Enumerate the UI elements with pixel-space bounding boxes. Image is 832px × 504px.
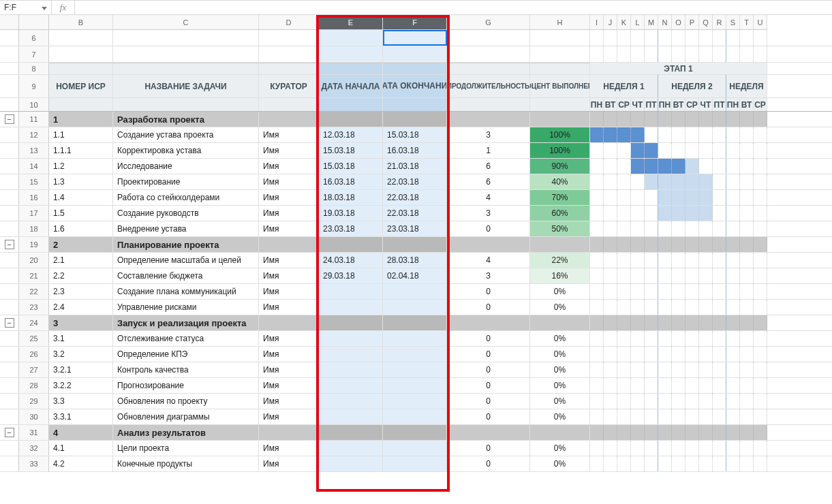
cell-section-num[interactable]: 3 bbox=[49, 315, 113, 330]
gantt-cell[interactable] bbox=[672, 112, 685, 127]
gantt-cell[interactable] bbox=[617, 425, 631, 440]
group-gutter[interactable] bbox=[0, 253, 19, 268]
gantt-cell[interactable] bbox=[740, 237, 754, 252]
row-header[interactable]: 16 bbox=[19, 190, 49, 205]
cell-section-num[interactable]: 2 bbox=[49, 237, 113, 252]
group-gutter[interactable] bbox=[0, 174, 19, 189]
day-header[interactable]: СР bbox=[754, 98, 767, 111]
gantt-cell[interactable] bbox=[617, 331, 631, 346]
cell-pct[interactable]: 70% bbox=[530, 190, 590, 205]
cell-wbs[interactable]: 1.1.1 bbox=[49, 143, 113, 158]
gantt-cell[interactable] bbox=[631, 46, 645, 62]
cell-owner[interactable]: Имя bbox=[259, 253, 319, 268]
day-header[interactable]: ПН bbox=[658, 98, 672, 111]
group-gutter[interactable] bbox=[0, 98, 19, 111]
gantt-cell[interactable] bbox=[617, 362, 631, 377]
gantt-cell[interactable] bbox=[754, 456, 767, 471]
cell-owner[interactable]: Имя bbox=[259, 190, 319, 205]
col-header-H[interactable]: H bbox=[530, 15, 590, 30]
cell[interactable] bbox=[447, 315, 530, 330]
gantt-cell[interactable] bbox=[726, 253, 740, 268]
gantt-cell[interactable] bbox=[645, 206, 658, 221]
cell-end[interactable]: 21.03.18 bbox=[383, 159, 447, 174]
cell-wbs[interactable]: 1.2 bbox=[49, 159, 113, 174]
gantt-cell[interactable] bbox=[754, 190, 767, 205]
cell-owner[interactable]: Имя bbox=[259, 456, 319, 471]
gantt-cell[interactable] bbox=[726, 143, 740, 158]
gantt-cell[interactable] bbox=[672, 237, 685, 252]
gantt-cell[interactable] bbox=[645, 221, 658, 236]
cell-task[interactable]: Управление рисками bbox=[113, 300, 259, 315]
gantt-cell[interactable] bbox=[590, 174, 604, 189]
cell-task[interactable]: Отслеживание статуса bbox=[113, 331, 259, 346]
gantt-cell[interactable] bbox=[631, 221, 645, 236]
gantt-cell[interactable] bbox=[604, 30, 617, 46]
cell-dur[interactable]: 1 bbox=[447, 143, 530, 158]
spreadsheet[interactable]: B C D E F G H I J K L M N O P Q R S T U … bbox=[0, 15, 832, 504]
gantt-cell[interactable] bbox=[740, 159, 754, 174]
gantt-cell[interactable] bbox=[754, 362, 767, 377]
cell[interactable] bbox=[530, 112, 590, 127]
group-gutter[interactable] bbox=[0, 46, 19, 62]
group-gutter[interactable] bbox=[0, 143, 19, 158]
cell-task[interactable]: Составление бюджета bbox=[113, 268, 259, 283]
gantt-cell[interactable] bbox=[713, 268, 726, 283]
gantt-cell[interactable] bbox=[617, 347, 631, 362]
gantt-cell[interactable] bbox=[631, 143, 645, 158]
gantt-cell[interactable] bbox=[604, 331, 617, 346]
cell-start[interactable]: 23.03.18 bbox=[319, 221, 383, 236]
gantt-cell[interactable] bbox=[590, 394, 604, 409]
group-gutter[interactable] bbox=[0, 159, 19, 174]
gantt-cell[interactable] bbox=[754, 112, 767, 127]
gantt-cell[interactable] bbox=[604, 394, 617, 409]
cell-start[interactable] bbox=[319, 409, 383, 424]
cell[interactable] bbox=[259, 46, 319, 62]
gantt-cell[interactable] bbox=[713, 409, 726, 424]
gantt-cell[interactable] bbox=[699, 30, 713, 46]
cell-task[interactable]: Обновления по проекту bbox=[113, 394, 259, 409]
gantt-cell[interactable] bbox=[604, 315, 617, 330]
gantt-cell[interactable] bbox=[740, 284, 754, 299]
gantt-cell[interactable] bbox=[617, 409, 631, 424]
group-gutter[interactable]: − bbox=[0, 112, 19, 127]
group-toggle-icon[interactable]: − bbox=[5, 240, 14, 249]
row-header[interactable]: 32 bbox=[19, 441, 49, 456]
gantt-cell[interactable] bbox=[658, 425, 672, 440]
row-header[interactable]: 12 bbox=[19, 127, 49, 142]
gantt-cell[interactable] bbox=[699, 441, 713, 456]
gantt-cell[interactable] bbox=[726, 46, 740, 62]
group-gutter[interactable] bbox=[0, 190, 19, 205]
gantt-cell[interactable] bbox=[658, 409, 672, 424]
gantt-cell[interactable] bbox=[685, 347, 699, 362]
gantt-cell[interactable] bbox=[713, 237, 726, 252]
cell-active[interactable] bbox=[383, 30, 447, 46]
gantt-cell[interactable] bbox=[604, 159, 617, 174]
gantt-cell[interactable] bbox=[617, 253, 631, 268]
gantt-cell[interactable] bbox=[726, 362, 740, 377]
cell-section-title[interactable]: Планирование проекта bbox=[113, 237, 259, 252]
cell-start[interactable]: 16.03.18 bbox=[319, 174, 383, 189]
gantt-cell[interactable] bbox=[590, 425, 604, 440]
col-header-U[interactable]: U bbox=[754, 15, 767, 30]
gantt-cell[interactable] bbox=[631, 174, 645, 189]
cell-start[interactable]: 24.03.18 bbox=[319, 253, 383, 268]
row-header[interactable]: 15 bbox=[19, 174, 49, 189]
gantt-cell[interactable] bbox=[658, 284, 672, 299]
row-header[interactable]: 6 bbox=[19, 30, 49, 46]
group-gutter[interactable] bbox=[0, 30, 19, 46]
gantt-cell[interactable] bbox=[590, 378, 604, 393]
gantt-cell[interactable] bbox=[713, 174, 726, 189]
gantt-cell[interactable] bbox=[672, 190, 685, 205]
gantt-cell[interactable] bbox=[740, 362, 754, 377]
gantt-cell[interactable] bbox=[617, 174, 631, 189]
cell-pct[interactable]: 0% bbox=[530, 456, 590, 471]
gantt-cell[interactable] bbox=[590, 362, 604, 377]
row-header[interactable]: 7 bbox=[19, 46, 49, 62]
cell-end[interactable]: 16.03.18 bbox=[383, 143, 447, 158]
gantt-cell[interactable] bbox=[645, 425, 658, 440]
gantt-cell[interactable] bbox=[699, 237, 713, 252]
gantt-cell[interactable] bbox=[672, 331, 685, 346]
cell-task[interactable]: Корректировка устава bbox=[113, 143, 259, 158]
hdr-owner[interactable]: КУРАТОР bbox=[259, 75, 319, 97]
gantt-cell[interactable] bbox=[685, 174, 699, 189]
